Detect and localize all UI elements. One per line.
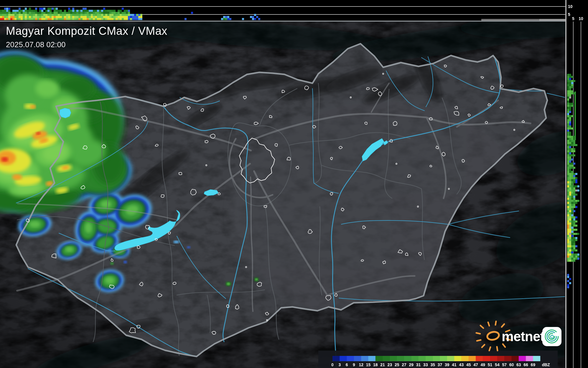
radar-cell [567,183,569,185]
radar-cell [569,212,571,214]
radar-cell [91,18,93,20]
radar-cell [573,229,575,231]
radar-cell [124,12,126,14]
radar-cell [571,196,573,198]
radar-cell [569,189,571,192]
top-profile-panel: 105 [0,0,588,22]
radar-cell [573,144,575,146]
radar-cell [567,148,569,150]
radar-cell [68,18,70,20]
radar-cell [68,14,70,16]
radar-cell [569,194,571,196]
radar-cell [78,10,80,12]
lake-ferto [60,108,71,118]
radar-cell [569,103,571,105]
radar-cell [124,14,126,16]
radar-cell [138,18,140,20]
radar-cell [569,169,571,171]
legend-tick-label: 39 [445,362,449,367]
radar-cell [569,84,571,86]
radar-cell [70,18,72,20]
radar-cell [109,14,111,16]
radar-cell [101,14,103,16]
radar-cell [571,76,573,78]
radar-cell [14,12,17,14]
radar-cell [571,204,573,206]
radar-cell [571,214,573,216]
radar-cell [64,16,66,18]
radar-cell [118,10,120,12]
radar-cell [569,148,571,150]
radar-cell [569,132,571,134]
radar-cell [85,8,87,10]
radar-cell [567,113,569,115]
radar-cell [33,14,35,16]
radar-cell [29,10,31,12]
radar-cell [64,14,66,16]
radar-cell [567,152,569,154]
radar-cell [567,165,569,167]
radar-cell [577,200,579,202]
radar-cell [0,18,2,20]
legend-cell [454,356,462,361]
radar-cell [571,158,573,161]
radar-cell [80,16,83,18]
radar-cell [95,14,97,16]
radar-cell [571,84,573,86]
radar-cell [256,16,258,18]
radar-cell [258,18,260,20]
radar-cell [25,10,27,12]
radar-cell [52,16,54,18]
right-panel-divider [565,0,566,368]
radar-cell [66,16,68,18]
radar-cell [58,18,60,20]
radar-cell [95,18,97,20]
radar-cell [54,12,56,14]
radar-cell [567,286,569,288]
radar-cell [99,18,101,20]
legend-tick-label: 51 [488,362,493,367]
radar-cell [567,115,569,117]
radar-cell [93,14,95,16]
radar-cell [45,14,47,16]
radar-cell [2,12,4,14]
radar-cell [6,16,8,18]
radar-cell [140,14,142,16]
radar-cell [575,200,577,202]
radar-cell [569,210,571,212]
radar-cell [571,202,573,204]
legend-cell [426,356,433,361]
radar-cell [569,225,571,227]
radar-cell [567,117,569,119]
radar-cell [89,12,91,14]
radar-cell [569,167,571,169]
radar-cell [39,14,41,16]
radar-cell [571,247,573,249]
radar-cell [70,14,72,16]
radar-cell [45,10,47,12]
radar-cell [17,18,19,20]
radar-cell [91,10,93,12]
legend-cell [368,356,376,361]
right-profile-panel: 510 [565,0,588,368]
radar-cell [80,18,83,20]
radar-cell [569,282,571,284]
radar-cell [571,154,573,156]
legend-tick-label: 21 [380,362,385,367]
radar-cell [569,196,571,198]
radar-cell [567,154,569,156]
radar-cell [567,125,569,127]
radar-cell [109,16,111,18]
radar-cell [573,223,575,225]
radar-cell [19,18,21,20]
storm-blob [187,246,190,248]
radar-cell [72,8,74,10]
radar-cell [567,225,569,227]
radar-cell [17,16,19,18]
radar-cell [23,12,25,14]
radar-cell [567,196,569,198]
radar-cell [567,243,569,245]
radar-cell [113,18,116,20]
radar-cell [567,74,569,76]
radar-cell [567,84,569,86]
